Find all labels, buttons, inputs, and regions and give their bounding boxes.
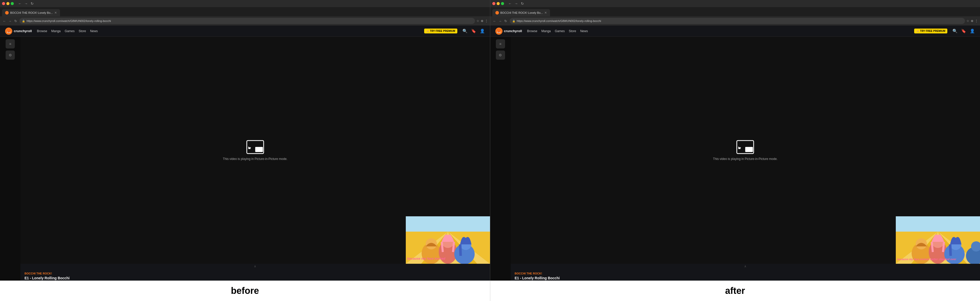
nav-manga[interactable]: Manga: [51, 29, 61, 33]
pip-icon-area-after: This video is playing in Picture-in-Pict…: [713, 140, 778, 161]
cr-sidebar-after: ≡ ⚙: [490, 37, 511, 291]
cr-content-before: This video is playing in Picture-in-Pict…: [21, 37, 490, 291]
search-icon[interactable]: 🔍: [463, 29, 468, 33]
address-nav: ← → ↻: [2, 19, 18, 23]
sidebar-icon-2[interactable]: ⚙: [6, 51, 15, 60]
nav-store-after[interactable]: Store: [569, 29, 576, 33]
svg-text:because my face looked: because my face looked: [407, 257, 445, 260]
url-field[interactable]: 🔒 https://www.crunchyroll.com/watch/G8WU…: [19, 18, 475, 24]
scroll-indicator-before: ∧: [21, 264, 490, 269]
nav-manga-after[interactable]: Manga: [541, 29, 551, 33]
bookmark-icon-after[interactable]: ☆: [966, 19, 969, 23]
active-tab[interactable]: BOCCHI THE ROCK! Lonely Bo... ✕: [2, 9, 60, 16]
cr-logo-icon: 🦊: [5, 27, 12, 35]
extension-icon[interactable]: ⊕: [481, 19, 484, 23]
nav-news[interactable]: News: [90, 29, 98, 33]
pip-icon-area: This video is playing in Picture-in-Pict…: [223, 140, 287, 161]
series-name-after: BOCCHI THE ROCK!: [515, 272, 976, 275]
premium-button-after[interactable]: 👑 TRY FREE PREMIUM: [914, 29, 947, 33]
cr-content-after: This video is playing in Picture-in-Pict…: [511, 37, 980, 291]
window-controls: [2, 2, 14, 5]
browser-before: ← → ↻ BOCCHI THE ROCK! Lonely Bo... ✕ ← …: [0, 0, 490, 301]
cr-logo-after[interactable]: 🦊 crunchyroll: [495, 27, 522, 35]
tab-title: BOCCHI THE ROCK! Lonely Bo...: [10, 11, 53, 14]
address-bar-before: ← → ↻ 🔒 https://www.crunchyroll.com/watc…: [0, 16, 490, 25]
watchlist-icon-after[interactable]: 🔖: [961, 29, 966, 33]
episode-title-after: E1 - Lonely Rolling Bocchi: [515, 276, 976, 280]
active-tab-after[interactable]: BOCCHI THE ROCK! Lonely Bo... ✕: [492, 9, 550, 16]
nav-store[interactable]: Store: [79, 29, 86, 33]
pip-video-content: because my face looked: [406, 216, 490, 264]
extension-icon-after[interactable]: ⊕: [971, 19, 974, 23]
minimize-button-after[interactable]: [496, 2, 500, 5]
after-label-text: after: [725, 285, 745, 296]
maximize-button[interactable]: [11, 2, 14, 5]
addr-reload[interactable]: ↻: [13, 19, 18, 23]
cr-nav-items-after: Browse Manga Games Store News: [527, 29, 588, 33]
series-name: BOCCHI THE ROCK!: [24, 272, 486, 275]
window-controls-after: [492, 2, 504, 5]
nav-games[interactable]: Games: [65, 29, 75, 33]
pip-video-content-after: because my face looked better clouded ov…: [896, 216, 980, 264]
sidebar-icon-2-after[interactable]: ⚙: [496, 51, 505, 60]
addr-back[interactable]: ←: [2, 19, 6, 23]
reload-button-after[interactable]: ↻: [520, 2, 525, 6]
after-label: after: [490, 280, 980, 301]
pip-icon-svg: [246, 140, 264, 154]
nav-browse-after[interactable]: Browse: [527, 29, 537, 33]
address-right-icons: ☆ ⊕ ⋮: [476, 19, 488, 23]
cr-logo-text: crunchyroll: [14, 29, 32, 33]
url-field-after[interactable]: 🔒 https://www.crunchyroll.com/watch/G8WU…: [510, 18, 965, 24]
search-icon-after[interactable]: 🔍: [953, 29, 958, 33]
sidebar-icon-1[interactable]: ≡: [6, 39, 15, 49]
profile-icon[interactable]: 👤: [480, 29, 485, 33]
nav-news-after[interactable]: News: [580, 29, 588, 33]
forward-button-after[interactable]: →: [514, 2, 519, 6]
forward-button[interactable]: →: [24, 2, 29, 6]
browser-after: ← → ↻ BOCCHI THE ROCK! Lonely Bo... ✕ ← …: [490, 0, 980, 301]
close-button[interactable]: [2, 2, 5, 5]
svg-rect-1: [255, 147, 263, 152]
tab-close-button-after[interactable]: ✕: [544, 11, 547, 14]
pip-area-before: This video is playing in Picture-in-Pict…: [21, 37, 490, 264]
tab-bar-after: BOCCHI THE ROCK! Lonely Bo... ✕: [490, 7, 980, 16]
cr-logo[interactable]: 🦊 crunchyroll: [5, 27, 32, 35]
anime-scene-svg: because my face looked: [406, 216, 490, 264]
premium-button[interactable]: 👑 TRY FREE PREMIUM: [424, 29, 457, 33]
watchlist-icon[interactable]: 🔖: [471, 29, 476, 33]
cr-logo-icon-after: 🦊: [495, 27, 503, 35]
maximize-button-after[interactable]: [501, 2, 504, 5]
browser-inner-after: ≡ ⚙ This video is playing in: [490, 37, 980, 291]
pip-icon-svg-after: [736, 140, 754, 154]
menu-icon[interactable]: ⋮: [485, 19, 488, 23]
bookmark-icon[interactable]: ☆: [476, 19, 479, 23]
addr-back-after[interactable]: ←: [492, 19, 497, 23]
url-text-after: https://www.crunchyroll.com/watch/G8WUN0…: [517, 19, 601, 22]
episode-title: E1 - Lonely Rolling Bocchi: [24, 276, 486, 280]
profile-icon-after[interactable]: 👤: [970, 29, 975, 33]
cr-navbar-after: 🦊 crunchyroll Browse Manga Games Store N…: [490, 25, 980, 37]
menu-icon-after[interactable]: ⋮: [975, 19, 978, 23]
crown-icon-after: 👑: [916, 30, 919, 32]
addr-forward-after[interactable]: →: [498, 19, 503, 23]
back-button[interactable]: ←: [18, 2, 22, 6]
cr-navbar-before: 🦊 crunchyroll Browse Manga Games Store N…: [0, 25, 490, 37]
tab-close-button[interactable]: ✕: [54, 11, 57, 14]
back-button-after[interactable]: ←: [508, 2, 513, 6]
sidebar-icon-1-after[interactable]: ≡: [496, 39, 505, 49]
premium-label-after: TRY FREE PREMIUM: [920, 30, 945, 32]
minimize-button[interactable]: [6, 2, 10, 5]
pip-video-before[interactable]: because my face looked: [406, 216, 490, 264]
nav-games-after[interactable]: Games: [555, 29, 565, 33]
reload-button[interactable]: ↻: [30, 2, 35, 6]
address-nav-after: ← → ↻: [492, 19, 508, 23]
window-chrome-after: ← → ↻: [490, 0, 980, 7]
close-button-after[interactable]: [492, 2, 495, 5]
scroll-indicator-after: ∧: [511, 264, 980, 269]
chrome-nav: ← → ↻: [18, 2, 35, 6]
nav-browse[interactable]: Browse: [37, 29, 47, 33]
pip-video-after[interactable]: because my face looked better clouded ov…: [896, 216, 980, 264]
addr-reload-after[interactable]: ↻: [504, 19, 508, 23]
browser-inner-before: ≡ ⚙ This video is playing in: [0, 37, 490, 291]
addr-forward[interactable]: →: [8, 19, 12, 23]
